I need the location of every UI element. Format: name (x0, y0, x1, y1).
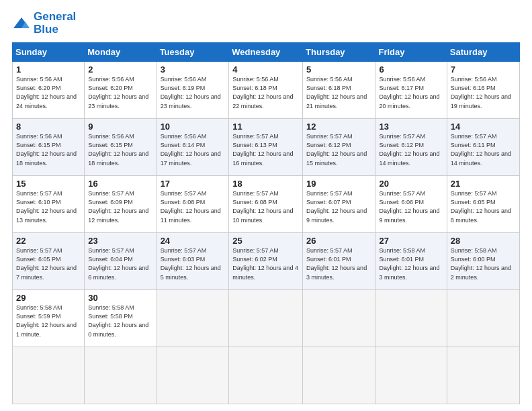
daylight-label: Daylight: 12 hours and 18 minutes. (88, 150, 148, 166)
day-number: 19 (306, 179, 371, 189)
sunrise-label: Sunrise: 5:56 AM (379, 76, 425, 83)
sunrise-label: Sunrise: 5:57 AM (306, 247, 353, 254)
sunset-label: Sunset: 6:04 PM (88, 256, 133, 263)
day-cell: 10Sunrise: 5:56 AMSunset: 6:14 PMDayligh… (157, 119, 229, 176)
day-number: 4 (232, 64, 299, 75)
sunrise-label: Sunrise: 5:56 AM (88, 133, 134, 140)
empty-cell (229, 347, 303, 404)
sunrise-label: Sunrise: 5:57 AM (88, 190, 134, 197)
sunrise-label: Sunrise: 5:57 AM (379, 133, 425, 140)
sunset-label: Sunset: 6:07 PM (306, 199, 351, 205)
day-cell: 12Sunrise: 5:57 AMSunset: 6:12 PMDayligh… (303, 119, 375, 176)
day-info: Sunrise: 5:57 AMSunset: 6:08 PMDaylight:… (232, 189, 299, 224)
col-friday: Friday (375, 43, 447, 62)
sunrise-label: Sunrise: 5:56 AM (451, 76, 497, 83)
daylight-label: Daylight: 12 hours and 9 minutes. (379, 208, 439, 223)
day-cell: 9Sunrise: 5:56 AMSunset: 6:15 PMDaylight… (85, 119, 157, 176)
daylight-label: Daylight: 12 hours and 13 minutes. (16, 208, 77, 223)
sunset-label: Sunset: 6:17 PM (379, 85, 424, 91)
day-number: 16 (88, 179, 152, 189)
empty-cell (375, 347, 447, 404)
day-info: Sunrise: 5:57 AMSunset: 6:13 PMDaylight:… (232, 132, 299, 167)
daylight-label: Daylight: 12 hours and 22 minutes. (232, 93, 293, 109)
day-info: Sunrise: 5:56 AMSunset: 6:20 PMDaylight:… (88, 75, 152, 110)
sunset-label: Sunset: 6:06 PM (379, 199, 424, 205)
sunset-label: Sunset: 6:20 PM (16, 85, 61, 91)
day-cell: 14Sunrise: 5:57 AMSunset: 6:11 PMDayligh… (447, 119, 519, 176)
sunrise-label: Sunrise: 5:57 AM (232, 190, 279, 197)
day-info: Sunrise: 5:57 AMSunset: 6:04 PMDaylight:… (88, 246, 152, 281)
daylight-label: Daylight: 12 hours and 7 minutes. (16, 265, 77, 280)
day-number: 29 (16, 293, 81, 303)
day-number: 15 (16, 179, 81, 189)
sunset-label: Sunset: 6:20 PM (88, 85, 133, 91)
day-info: Sunrise: 5:58 AMSunset: 5:58 PMDaylight:… (88, 304, 152, 338)
day-cell: 29Sunrise: 5:58 AMSunset: 5:59 PMDayligh… (13, 290, 85, 347)
day-number: 10 (161, 122, 226, 132)
day-number: 25 (232, 236, 299, 246)
sunrise-label: Sunrise: 5:57 AM (232, 247, 279, 254)
sunset-label: Sunset: 6:19 PM (161, 85, 206, 91)
empty-cell (303, 290, 375, 347)
day-info: Sunrise: 5:56 AMSunset: 6:19 PMDaylight:… (161, 75, 226, 110)
day-info: Sunrise: 5:56 AMSunset: 6:15 PMDaylight:… (88, 132, 152, 167)
sunset-label: Sunset: 6:08 PM (161, 199, 206, 205)
daylight-label: Daylight: 12 hours and 11 minutes. (161, 208, 221, 223)
day-number: 18 (232, 179, 299, 189)
sunset-label: Sunset: 6:12 PM (306, 142, 351, 148)
day-cell: 7Sunrise: 5:56 AMSunset: 6:16 PMDaylight… (447, 62, 519, 119)
daylight-label: Daylight: 12 hours and 14 minutes. (379, 150, 439, 166)
sunset-label: Sunset: 5:58 PM (88, 313, 133, 320)
col-sunday: Sunday (13, 43, 85, 62)
day-number: 23 (88, 236, 152, 246)
day-info: Sunrise: 5:56 AMSunset: 6:18 PMDaylight:… (232, 75, 299, 110)
daylight-label: Daylight: 12 hours and 2 minutes. (451, 265, 511, 280)
daylight-label: Daylight: 12 hours and 10 minutes. (232, 208, 293, 223)
sunrise-label: Sunrise: 5:57 AM (306, 133, 353, 140)
sunrise-label: Sunrise: 5:57 AM (379, 190, 425, 197)
day-number: 27 (379, 236, 443, 246)
empty-cell (303, 347, 375, 404)
day-number: 1 (16, 64, 81, 75)
day-cell: 24Sunrise: 5:57 AMSunset: 6:03 PMDayligh… (157, 233, 229, 290)
sunrise-label: Sunrise: 5:57 AM (16, 190, 62, 197)
day-number: 14 (451, 122, 516, 132)
col-saturday: Saturday (447, 43, 519, 62)
sunrise-label: Sunrise: 5:56 AM (161, 133, 207, 140)
day-number: 3 (161, 64, 226, 75)
sunset-label: Sunset: 6:00 PM (451, 256, 496, 263)
day-cell: 11Sunrise: 5:57 AMSunset: 6:13 PMDayligh… (229, 119, 303, 176)
calendar: Sunday Monday Tuesday Wednesday Thursday… (12, 42, 520, 404)
sunrise-label: Sunrise: 5:57 AM (16, 247, 62, 254)
day-number: 7 (451, 64, 516, 75)
daylight-label: Daylight: 12 hours and 12 minutes. (88, 208, 148, 223)
sunset-label: Sunset: 6:01 PM (379, 256, 424, 263)
day-cell: 25Sunrise: 5:57 AMSunset: 6:02 PMDayligh… (229, 233, 303, 290)
day-info: Sunrise: 5:56 AMSunset: 6:15 PMDaylight:… (16, 132, 81, 167)
daylight-label: Daylight: 12 hours and 16 minutes. (232, 150, 293, 166)
day-info: Sunrise: 5:56 AMSunset: 6:18 PMDaylight:… (306, 75, 371, 110)
day-number: 5 (306, 64, 371, 75)
day-info: Sunrise: 5:57 AMSunset: 6:09 PMDaylight:… (88, 189, 152, 224)
daylight-label: Daylight: 12 hours and 5 minutes. (161, 265, 221, 280)
sunrise-label: Sunrise: 5:57 AM (161, 190, 207, 197)
page: General Blue Sunday Monday Tuesday Wedne… (0, 0, 532, 411)
daylight-label: Daylight: 12 hours and 15 minutes. (306, 150, 367, 166)
day-cell: 6Sunrise: 5:56 AMSunset: 6:17 PMDaylight… (375, 62, 447, 119)
day-cell: 30Sunrise: 5:58 AMSunset: 5:58 PMDayligh… (85, 290, 157, 347)
daylight-label: Daylight: 12 hours and 3 minutes. (306, 265, 367, 280)
calendar-row: 15Sunrise: 5:57 AMSunset: 6:10 PMDayligh… (13, 176, 520, 233)
daylight-label: Daylight: 12 hours and 21 minutes. (306, 93, 367, 109)
sunset-label: Sunset: 6:02 PM (232, 256, 277, 263)
empty-cell (157, 290, 229, 347)
sunset-label: Sunset: 6:13 PM (232, 142, 277, 148)
daylight-label: Daylight: 12 hours and 14 minutes. (451, 150, 511, 166)
header: General Blue (12, 11, 520, 36)
daylight-label: Daylight: 12 hours and 8 minutes. (451, 208, 511, 223)
day-info: Sunrise: 5:56 AMSunset: 6:17 PMDaylight:… (379, 75, 443, 110)
day-cell: 20Sunrise: 5:57 AMSunset: 6:06 PMDayligh… (375, 176, 447, 233)
day-number: 22 (16, 236, 81, 246)
day-info: Sunrise: 5:57 AMSunset: 6:03 PMDaylight:… (161, 246, 226, 281)
day-cell: 19Sunrise: 5:57 AMSunset: 6:07 PMDayligh… (303, 176, 375, 233)
sunset-label: Sunset: 6:10 PM (16, 199, 61, 205)
